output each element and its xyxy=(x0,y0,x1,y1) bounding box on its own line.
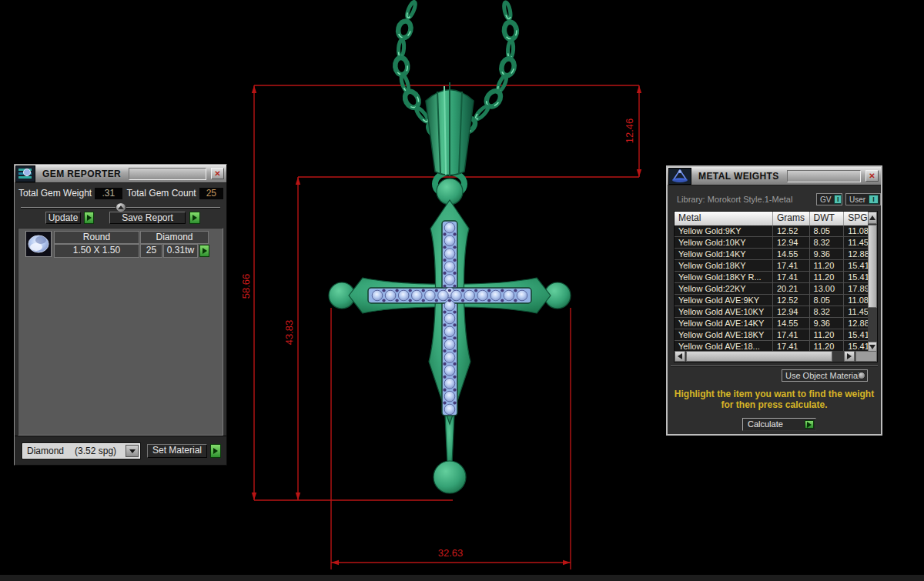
grams-cell: 12.94 xyxy=(773,306,810,317)
hscroll-thumb[interactable] xyxy=(686,351,832,362)
gem-reporter-drag-area[interactable] xyxy=(129,168,206,180)
metal-table-row[interactable]: Yellow Gold AVE:10KY 12.94 8.32 11.45 xyxy=(675,306,868,318)
metal-table-header: Metal Grams DWT SPG xyxy=(675,212,868,225)
dwt-cell: 8.05 xyxy=(810,295,845,306)
spg-cell: 11.08 xyxy=(844,295,868,306)
hint-line-2: for then press calculate. xyxy=(668,399,881,410)
metal-name-cell: Yellow Gold:18KY xyxy=(675,260,773,271)
gem-reporter-titlebar[interactable]: GEM REPORTER ✕ xyxy=(15,165,226,183)
grams-cell: 12.52 xyxy=(773,225,810,236)
metal-weights-close-icon[interactable]: ✕ xyxy=(865,170,879,182)
calculate-label: Calculate xyxy=(748,419,783,429)
vertical-scrollbar[interactable] xyxy=(868,212,877,352)
gem-size-slider-track xyxy=(21,207,220,208)
horizontal-scrollbar[interactable] xyxy=(675,351,877,362)
gem-stones xyxy=(372,222,527,415)
metal-weights-title: METAL WEIGHTS xyxy=(698,171,779,182)
metal-name-cell: Yellow Gold:22KY xyxy=(675,283,773,294)
metal-table-row[interactable]: Yellow Gold AVE:9KY 12.52 8.05 11.08 xyxy=(675,295,868,306)
select-orb-icon[interactable] xyxy=(858,372,865,379)
column-header-dwt: DWT xyxy=(810,212,845,225)
gem-reporter-panel: GEM REPORTER ✕ Total Gem Weight .31 Tota… xyxy=(14,164,227,466)
spg-cell: 17.89 xyxy=(844,283,868,294)
dimension-label-cross-height: 43.83 xyxy=(283,320,295,346)
gv-toggle-button[interactable]: GV I xyxy=(816,193,842,205)
metal-name-cell: Yellow Gold:18KY R... xyxy=(675,272,773,282)
scroll-up-icon[interactable] xyxy=(868,212,877,224)
update-button[interactable]: Update xyxy=(45,212,81,224)
metal-table-row[interactable]: Yellow Gold:9KY 12.52 8.05 11.08 xyxy=(675,225,868,237)
column-header-spg: SPG xyxy=(844,212,868,225)
dwt-cell: 8.32 xyxy=(810,306,845,317)
column-header-metal: Metal xyxy=(675,212,773,225)
metal-table-row[interactable]: Yellow Gold:14KY 14.55 9.36 12.88 xyxy=(675,249,868,260)
gem-shape-header: Round xyxy=(54,231,139,244)
metal-table-row[interactable]: Yellow Gold AVE:18KY 17.41 11.20 15.41 xyxy=(675,329,868,341)
dimension-label-bail-height: 12.46 xyxy=(624,119,635,144)
gem-row-go-icon[interactable] xyxy=(199,245,209,257)
gem-reporter-close-icon[interactable]: ✕ xyxy=(211,168,224,179)
column-header-grams: Grams xyxy=(773,212,810,225)
spg-cell: 11.45 xyxy=(844,237,868,248)
metal-name-cell: Yellow Gold:9KY xyxy=(675,225,773,236)
hint-line-1: Highlight the item you want to find the … xyxy=(668,389,881,399)
dwt-cell: 11.20 xyxy=(810,329,845,340)
spg-cell: 11.08 xyxy=(844,225,868,236)
metal-weights-titlebar[interactable]: METAL WEIGHTS ✕ xyxy=(668,167,881,185)
user-info-icon[interactable]: I xyxy=(869,195,879,204)
gem-count-cell: 25 xyxy=(140,244,162,258)
gem-thumbnail xyxy=(25,231,52,257)
gem-totals-row: Total Gem Weight .31 Total Gem Count 25 xyxy=(18,186,224,200)
gv-info-icon[interactable]: I xyxy=(834,195,842,204)
gem-type-header: Diamond xyxy=(140,231,209,244)
bail xyxy=(426,82,474,176)
dwt-cell: 11.20 xyxy=(810,260,845,271)
use-object-materials-select[interactable]: Use Object Materials xyxy=(782,369,868,382)
metal-weights-drag-area[interactable] xyxy=(787,170,861,182)
spg-cell: 11.45 xyxy=(844,306,868,317)
gem-reporter-icon xyxy=(15,165,35,182)
metal-name-cell: Yellow Gold:14KY xyxy=(675,249,773,259)
scroll-left-icon[interactable] xyxy=(675,351,685,362)
metal-table-row[interactable]: Yellow Gold:18KY 17.41 11.20 15.41 xyxy=(675,260,868,272)
save-report-button[interactable]: Save Report xyxy=(109,212,186,224)
metal-table-row[interactable]: Yellow Gold:22KY 20.21 13.00 17.89 xyxy=(675,283,868,295)
calculate-hint-text: Highlight the item you want to find the … xyxy=(668,389,881,410)
metal-table-body: Yellow Gold:9KY 12.52 8.05 11.08 Yellow … xyxy=(675,225,868,352)
grams-cell: 17.41 xyxy=(773,272,810,282)
calculate-button[interactable]: Calculate xyxy=(742,418,816,431)
user-toggle-button[interactable]: User I xyxy=(845,193,881,205)
metal-table-row[interactable]: Yellow Gold:18KY R... 17.41 11.20 15.41 xyxy=(675,272,868,283)
calculate-go-icon[interactable] xyxy=(805,420,814,429)
metal-weights-panel: METAL WEIGHTS ✕ Library: Morokort Style.… xyxy=(666,165,882,436)
dimension-label-total-height: 58.66 xyxy=(240,274,252,299)
material-select[interactable]: Diamond (3.52 spg) xyxy=(22,443,140,459)
save-report-go-icon[interactable] xyxy=(189,212,200,224)
set-material-go-icon[interactable] xyxy=(210,444,221,458)
total-gem-count-label: Total Gem Count xyxy=(127,188,196,199)
grams-cell: 12.94 xyxy=(773,237,810,248)
status-strip xyxy=(0,575,924,581)
material-select-value: Diamond xyxy=(27,446,64,456)
metal-table-row[interactable]: Yellow Gold AVE:14KY 14.55 9.36 12.88 xyxy=(675,318,868,329)
vscroll-thumb[interactable] xyxy=(868,225,877,308)
metal-table-row[interactable]: Yellow Gold:10KY 12.94 8.32 11.45 xyxy=(675,237,868,249)
grams-cell: 17.41 xyxy=(773,341,810,352)
gem-size-cell: 1.50 X 1.50 xyxy=(54,244,139,258)
total-gem-count-value: 25 xyxy=(199,187,224,200)
dwt-cell: 13.00 xyxy=(810,283,845,294)
gv-label: GV xyxy=(820,195,831,204)
dwt-cell: 9.36 xyxy=(810,249,845,259)
set-material-button[interactable]: Set Material xyxy=(147,444,207,458)
gem-channels xyxy=(368,221,531,416)
dwt-cell: 11.20 xyxy=(810,272,845,282)
metal-name-cell: Yellow Gold AVE:18... xyxy=(675,341,773,352)
pendant-model[interactable] xyxy=(329,0,571,493)
dwt-cell: 8.32 xyxy=(810,237,845,248)
chevron-down-icon[interactable] xyxy=(126,445,139,457)
scroll-right-icon[interactable] xyxy=(844,351,855,362)
spg-cell: 15.41 xyxy=(844,329,868,340)
grams-cell: 14.55 xyxy=(773,249,810,259)
update-go-icon[interactable] xyxy=(84,212,94,224)
grams-cell: 17.41 xyxy=(773,329,810,340)
